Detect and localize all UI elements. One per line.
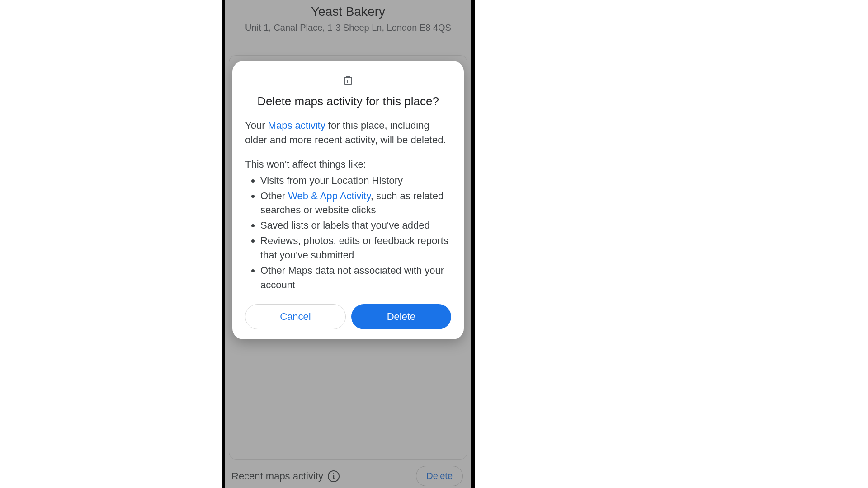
list-item: Reviews, photos, edits or feedback repor…: [260, 234, 451, 263]
dialog-body-paragraph: Your Maps activity for this place, inclu…: [245, 118, 451, 147]
list-item: Other Web & App Activity, such as relate…: [260, 189, 451, 218]
list-item: Saved lists or labels that you've added: [260, 218, 451, 233]
trash-icon: [245, 75, 451, 88]
maps-activity-link[interactable]: Maps activity: [268, 120, 326, 131]
list-item: Visits from your Location History: [260, 174, 451, 188]
list-item-prefix: Other: [260, 190, 288, 202]
dialog-body-prefix: Your: [245, 120, 268, 131]
web-app-activity-link[interactable]: Web & App Activity: [288, 190, 371, 202]
dialog-unaffected-intro: This won't affect things like:: [245, 157, 451, 172]
svg-rect-0: [345, 78, 351, 85]
cancel-button[interactable]: Cancel: [245, 304, 346, 329]
list-item: Other Maps data not associated with your…: [260, 263, 451, 292]
dialog-title: Delete maps activity for this place?: [245, 94, 451, 108]
phone-screen: Yeast Bakery Unit 1, Canal Place, 1-3 Sh…: [225, 0, 471, 488]
delete-button[interactable]: Delete: [351, 304, 451, 329]
dialog-unaffected-list: Visits from your Location History Other …: [245, 174, 451, 292]
dialog-actions: Cancel Delete: [245, 304, 451, 329]
phone-frame: Yeast Bakery Unit 1, Canal Place, 1-3 Sh…: [222, 0, 475, 488]
delete-activity-dialog: Delete maps activity for this place? You…: [232, 61, 464, 339]
dialog-body: Your Maps activity for this place, inclu…: [245, 118, 451, 292]
